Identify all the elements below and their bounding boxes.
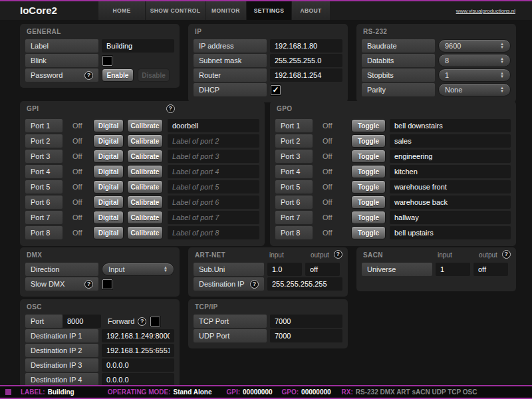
gpi-calibrate-button[interactable]: Calibrate	[127, 150, 163, 163]
osc-destination-ip-input[interactable]	[102, 329, 174, 342]
osc-destination-ip-input[interactable]	[102, 373, 174, 386]
gpo-toggle-button[interactable]: Toggle	[351, 150, 386, 163]
udp-port-input[interactable]	[270, 329, 342, 342]
gpi-digital-button[interactable]: Digital	[93, 196, 124, 209]
gpi-port-label-input[interactable]	[168, 226, 259, 239]
blink-checkbox[interactable]	[102, 56, 112, 66]
router-row: Router	[194, 68, 342, 82]
gpo-port-label-input[interactable]	[390, 180, 511, 194]
gpo-toggle-button[interactable]: Toggle	[351, 165, 386, 178]
tcp-port-input[interactable]	[270, 315, 342, 328]
direction-row: Direction Input ▲▼	[25, 263, 174, 276]
router-label: Router	[194, 68, 267, 82]
ip-panel: IP IP address Subnet mask Router DHCP ✓	[188, 24, 348, 102]
gpi-digital-button[interactable]: Digital	[93, 119, 124, 132]
gpi-digital-button[interactable]: Digital	[93, 150, 124, 163]
tab-home[interactable]: HOME	[98, 1, 145, 20]
forward-checkbox[interactable]	[150, 317, 160, 327]
tab-show-control[interactable]: SHOW CONTROL	[145, 1, 205, 20]
gpo-toggle-button[interactable]: Toggle	[351, 134, 386, 148]
stopbits-select[interactable]: 1 ▲▼	[438, 68, 511, 82]
gpi-calibrate-button[interactable]: Calibrate	[127, 119, 163, 132]
gpo-port-label-input[interactable]	[390, 165, 511, 178]
gpi-digital-button[interactable]: Digital	[93, 180, 124, 194]
gpo-port-label-input[interactable]	[390, 226, 511, 239]
gpo-port-label-input[interactable]	[390, 196, 511, 209]
ip-address-row: IP address	[194, 39, 342, 53]
artnet-destination-ip-input[interactable]	[267, 277, 342, 291]
label-row: Label	[25, 39, 174, 53]
tcpip-panel-title: TCP/IP	[195, 303, 342, 311]
gpi-port-label: Port 6	[25, 196, 63, 209]
help-icon[interactable]: ?	[166, 104, 175, 113]
osc-destination-row: Destination IP 1	[25, 329, 174, 342]
baudrate-select[interactable]: 9600 ▲▼	[438, 39, 511, 53]
parity-select[interactable]: None ▲▼	[438, 83, 511, 96]
udp-port-row: UDP Port	[194, 329, 342, 342]
databits-select[interactable]: 8 ▲▼	[438, 54, 511, 67]
help-icon[interactable]: ?	[502, 250, 511, 259]
gpi-calibrate-button[interactable]: Calibrate	[127, 226, 163, 239]
help-icon[interactable]: ?	[84, 71, 93, 80]
gpo-port-label-input[interactable]	[390, 134, 511, 148]
status-rx-value: RS-232 DMX ART sACN UDP TCP OSC	[356, 388, 477, 396]
gpo-toggle-button[interactable]: Toggle	[351, 226, 386, 239]
ip-panel-title: IP	[195, 28, 342, 36]
gpo-port-row: Port 1 Off Toggle	[275, 119, 511, 132]
osc-destination-ip-input[interactable]	[102, 344, 174, 357]
artnet-input-universe[interactable]	[267, 263, 302, 276]
tab-monitor[interactable]: MONITOR	[205, 1, 246, 20]
direction-select[interactable]: Input ▲▼	[102, 263, 174, 276]
tab-settings[interactable]: SETTINGS	[246, 1, 291, 20]
gpi-digital-button[interactable]: Digital	[93, 211, 124, 224]
help-icon[interactable]: ?	[250, 280, 259, 289]
gpi-port-label-input[interactable]	[168, 165, 259, 178]
website-link[interactable]: www.visualproductions.nl	[456, 8, 515, 14]
router-input[interactable]	[270, 68, 342, 82]
gpo-toggle-button[interactable]: Toggle	[351, 180, 386, 194]
gpo-toggle-button[interactable]: Toggle	[351, 196, 386, 209]
ip-address-input[interactable]	[270, 39, 342, 53]
help-icon[interactable]: ?	[334, 250, 342, 259]
gpi-port-label-input[interactable]	[168, 150, 259, 163]
gpi-port-label-input[interactable]	[168, 134, 259, 148]
gpi-digital-button[interactable]: Digital	[93, 226, 124, 239]
osc-port-input[interactable]	[63, 315, 101, 328]
dhcp-checkbox[interactable]: ✓	[271, 85, 281, 95]
password-enable-button[interactable]: Enable	[102, 68, 134, 82]
help-icon[interactable]: ?	[138, 317, 146, 326]
subnet-mask-input[interactable]	[270, 54, 342, 67]
help-icon[interactable]: ?	[84, 280, 93, 289]
gpi-port-label-input[interactable]	[168, 180, 259, 194]
gpo-toggle-button[interactable]: Toggle	[351, 119, 386, 132]
gpi-calibrate-button[interactable]: Calibrate	[127, 211, 163, 224]
gpi-port-status: Off	[68, 165, 93, 178]
gpo-port-label-input[interactable]	[390, 150, 511, 163]
gpi-calibrate-button[interactable]: Calibrate	[127, 180, 163, 194]
tab-about[interactable]: ABOUT	[291, 1, 330, 20]
status-mode-value: Stand Alone	[174, 388, 212, 396]
gpi-port-label-input[interactable]	[168, 119, 259, 132]
osc-destination-ip-input[interactable]	[102, 358, 174, 372]
sacn-input-universe[interactable]	[436, 263, 470, 276]
artnet-output-universe[interactable]	[305, 263, 340, 276]
tcp-port-label: TCP Port	[194, 315, 267, 328]
gpi-port-label-input[interactable]	[168, 211, 259, 224]
gpo-toggle-button[interactable]: Toggle	[351, 211, 386, 224]
gpi-calibrate-button[interactable]: Calibrate	[127, 134, 163, 148]
gpo-port-label-input[interactable]	[390, 119, 511, 132]
password-disable-button[interactable]: Disable	[138, 68, 170, 82]
gpo-port-row: Port 7 Off Toggle	[275, 211, 511, 224]
gpi-digital-button[interactable]: Digital	[93, 165, 124, 178]
gpi-digital-button[interactable]: Digital	[93, 134, 124, 148]
sacn-output-universe[interactable]	[473, 263, 508, 276]
artnet-destination-row: Destination IP ?	[194, 277, 342, 291]
slow-dmx-checkbox[interactable]	[102, 279, 112, 289]
baudrate-row: Baudrate 9600 ▲▼	[362, 39, 511, 53]
device-label-input[interactable]	[102, 39, 174, 53]
gpi-calibrate-button[interactable]: Calibrate	[127, 165, 163, 178]
gpo-port-label-input[interactable]	[390, 211, 511, 224]
gpi-calibrate-button[interactable]: Calibrate	[127, 196, 163, 209]
gpi-port-label-input[interactable]	[168, 196, 259, 209]
check-icon: ✓	[272, 86, 279, 94]
